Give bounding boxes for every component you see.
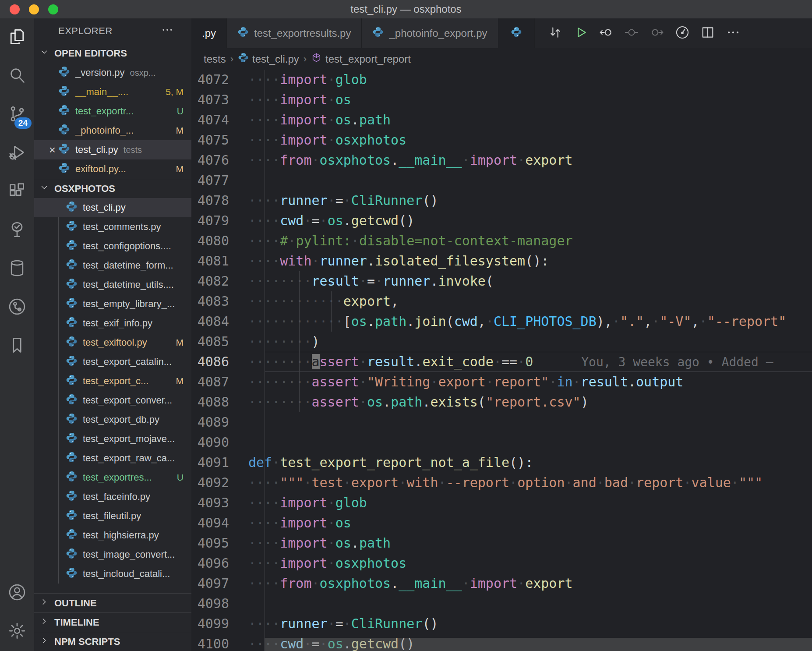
tree-item[interactable]: test_exportres...U — [34, 468, 191, 487]
editor-tab[interactable]: test_exportresults.py — [227, 18, 362, 48]
line-number[interactable]: 4091 — [191, 453, 248, 473]
tree-item[interactable]: test_export_mojave... — [34, 429, 191, 449]
project-section-header[interactable]: OSXPHOTOS — [34, 179, 191, 198]
open-editor-item[interactable]: test_exportr...U — [34, 102, 191, 121]
sidebar-section-timeline[interactable]: TIMELINE — [34, 612, 191, 632]
profile-button[interactable] — [670, 18, 695, 48]
python-file-icon — [66, 258, 78, 273]
open-editor-item[interactable]: ×test_cli.pytests — [34, 140, 191, 159]
line-number[interactable]: 4099 — [191, 614, 248, 634]
line-number[interactable]: 4076 — [191, 150, 248, 170]
sidebar-section-npm-scripts[interactable]: NPM SCRIPTS — [34, 632, 191, 651]
line-number[interactable]: 4082 — [191, 271, 248, 291]
activity-bar-files-button[interactable] — [0, 18, 34, 57]
line-number[interactable]: 4085 — [191, 332, 248, 352]
line-number[interactable]: 4072 — [191, 70, 248, 90]
tree-item[interactable]: test_configoptions.... — [34, 237, 191, 256]
open-editor-item[interactable]: _version.pyosxp... — [34, 63, 191, 82]
activity-bar-git-graph-button[interactable] — [0, 288, 34, 327]
open-editor-item[interactable]: _photoinfo_...M — [34, 121, 191, 140]
python-file-icon — [66, 239, 78, 254]
minimize-window-button[interactable] — [29, 4, 39, 14]
activity-bar-todo-tree-button[interactable] — [0, 211, 34, 250]
line-number[interactable]: 4080 — [191, 231, 248, 251]
tree-item[interactable]: test_fileutil.py — [34, 506, 191, 526]
line-number[interactable]: 4088 — [191, 392, 248, 412]
split-editor-button[interactable] — [695, 18, 720, 48]
tree-item[interactable]: test_highsierra.py — [34, 526, 191, 545]
tree-item[interactable]: test_datetime_utils.... — [34, 275, 191, 294]
zoom-window-button[interactable] — [48, 4, 58, 14]
line-number[interactable]: 4094 — [191, 513, 248, 533]
step-back-button[interactable] — [593, 18, 619, 48]
line-number[interactable]: 4075 — [191, 130, 248, 150]
breadcrumb-item[interactable]: test_cli.py — [238, 52, 299, 66]
tree-item[interactable]: test_faceinfo.py — [34, 487, 191, 506]
tree-item[interactable]: test_export_raw_ca... — [34, 449, 191, 468]
open-editor-item[interactable]: exiftool.py...M — [34, 159, 191, 179]
open-editors-section-header[interactable]: OPEN EDITORS — [34, 44, 191, 63]
activity-bar-run-debug-button[interactable] — [0, 134, 34, 173]
line-number[interactable]: 4086 — [191, 352, 248, 372]
activity-bar-extensions-button[interactable] — [0, 173, 34, 211]
breadcrumb-item[interactable]: tests — [204, 53, 226, 65]
line-number[interactable]: 4093 — [191, 493, 248, 513]
tree-item[interactable]: test_image_convert... — [34, 545, 191, 564]
tree-item[interactable]: test_export_c...M — [34, 371, 191, 391]
code-editor[interactable]: 4072····import·glob4073····import·os4074… — [191, 70, 812, 651]
line-number[interactable]: 4083 — [191, 291, 248, 311]
file-label: test_exportr... — [75, 106, 134, 117]
line-number[interactable]: 4079 — [191, 211, 248, 231]
open-changes-button[interactable] — [543, 18, 568, 48]
run-button[interactable] — [568, 18, 593, 48]
file-label: _version.py — [75, 67, 125, 78]
step-out-button[interactable] — [644, 18, 670, 48]
tree-item[interactable]: test_empty_library_... — [34, 294, 191, 314]
editor-tab[interactable]: .py — [191, 18, 227, 48]
close-editor-icon[interactable]: × — [34, 143, 58, 157]
line-number[interactable]: 4096 — [191, 553, 248, 573]
line-number[interactable]: 4077 — [191, 170, 248, 191]
tree-item[interactable]: test_exif_info.py — [34, 314, 191, 333]
activity-bar-search-button[interactable] — [0, 57, 34, 96]
editor-tab[interactable]: _photoinfo_export.py — [362, 18, 498, 48]
activity-bar-settings-gear-button[interactable] — [0, 612, 34, 651]
activity-bar-account-button[interactable] — [0, 574, 34, 612]
line-number[interactable]: 4084 — [191, 311, 248, 332]
code-line: 4074····import·os.path — [191, 110, 812, 130]
activity-bar-source-control-button[interactable]: 24 — [0, 96, 34, 134]
open-editor-item[interactable]: __main__....5, M — [34, 82, 191, 102]
close-window-button[interactable] — [10, 4, 20, 14]
sidebar-section-outline[interactable]: OUTLINE — [34, 593, 191, 612]
line-number[interactable]: 4098 — [191, 594, 248, 614]
line-number[interactable]: 4100 — [191, 634, 248, 651]
line-number[interactable]: 4097 — [191, 573, 248, 594]
activity-bar-database-button[interactable] — [0, 250, 34, 288]
tree-item[interactable]: test_exiftool.pyM — [34, 333, 191, 352]
step-over-button[interactable] — [619, 18, 644, 48]
line-number[interactable]: 4090 — [191, 432, 248, 453]
line-number[interactable]: 4087 — [191, 372, 248, 392]
tree-item[interactable]: test_comments.py — [34, 217, 191, 237]
code-line: 4084············[os.path.join(cwd,·CLI_P… — [191, 311, 812, 332]
line-number[interactable]: 4078 — [191, 191, 248, 211]
line-number[interactable]: 4089 — [191, 412, 248, 432]
line-number[interactable]: 4073 — [191, 90, 248, 110]
line-number[interactable]: 4095 — [191, 533, 248, 553]
tree-item[interactable]: test_incloud_catali... — [34, 564, 191, 584]
line-number[interactable]: 4092 — [191, 473, 248, 493]
tree-item[interactable]: test_export_db.py — [34, 410, 191, 429]
activity-bar-bookmarks-button[interactable] — [0, 327, 34, 365]
horizontal-scrollbar[interactable] — [265, 638, 812, 651]
more-actions-button[interactable] — [720, 18, 746, 48]
tree-item[interactable]: test_export_catalin... — [34, 352, 191, 371]
line-number[interactable]: 4074 — [191, 110, 248, 130]
tree-item[interactable]: test_export_conver... — [34, 391, 191, 410]
line-number[interactable]: 4081 — [191, 251, 248, 271]
pinned-tab[interactable] — [498, 18, 535, 48]
views-more-actions-icon[interactable] — [161, 23, 174, 39]
breadcrumb-label: tests — [204, 53, 226, 65]
breadcrumb-item[interactable]: test_export_report — [311, 52, 411, 66]
tree-item[interactable]: test_cli.py — [34, 198, 191, 217]
tree-item[interactable]: test_datetime_form... — [34, 256, 191, 275]
